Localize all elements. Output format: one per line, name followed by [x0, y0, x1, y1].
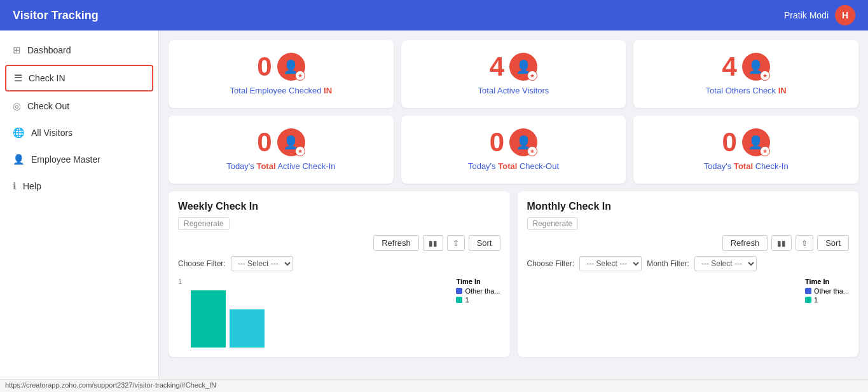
weekly-legend-item-1: Other tha... [456, 287, 500, 295]
monthly-legend-item-2: 1 [805, 296, 849, 304]
user-info: Pratik Modi H [784, 5, 855, 25]
url-bar: https://creatorapp.zoho.com/support2327/… [0, 379, 868, 392]
stat-top-2: 4 👤 ★ [490, 53, 537, 81]
monthly-regenerate-button[interactable]: Regenerate [527, 217, 579, 230]
url-text: https://creatorapp.zoho.com/support2327/… [5, 381, 216, 389]
stat-card-today-checkout: 0 👤 ★ Today's Total Check-Out [401, 116, 626, 184]
stats-row-2: 0 👤 ★ Today's Total Active Check-In 0 👤 … [169, 116, 858, 184]
sidebar-label-dashboard: Dashboard [27, 45, 71, 55]
weekly-chart-title: Weekly Check In [178, 201, 500, 212]
monthly-filter-select[interactable]: --- Select --- [579, 256, 642, 271]
sidebar-label-all-visitors: All Visitors [31, 128, 72, 138]
weekly-sort-button[interactable]: Sort [469, 235, 500, 251]
stat-top-1: 0 👤 ★ [257, 53, 305, 81]
sidebar-label-help: Help [23, 181, 41, 191]
weekly-legend-label-1: Other tha... [465, 287, 500, 295]
monthly-month-select[interactable]: --- Select --- [694, 256, 757, 271]
main-content: 0 👤 ★ Total Employee Checked IN 4 👤 ★ [159, 30, 868, 379]
stat-badge-2: ★ [527, 71, 537, 81]
monthly-legend-label-2: 1 [814, 296, 818, 304]
weekly-chart-toolbar: Refresh ▮▮ ⇧ Sort [178, 235, 500, 251]
monthly-filter-row: Choose Filter: --- Select --- Month Filt… [527, 256, 850, 271]
stat-badge-3: ★ [760, 71, 770, 81]
weekly-legend-title: Time In [456, 278, 500, 285]
monthly-legend-item-1: Other tha... [805, 287, 849, 295]
stat-badge-5: ★ [527, 146, 537, 156]
weekly-bar-chart-icon[interactable]: ▮▮ [423, 235, 443, 251]
monthly-refresh-button[interactable]: Refresh [722, 235, 768, 251]
monthly-export-icon[interactable]: ⇧ [796, 235, 813, 251]
app-title: Visitor Tracking [13, 9, 99, 22]
monthly-chart-title: Monthly Check In [527, 201, 850, 212]
stat-badge-4: ★ [295, 146, 305, 156]
stat-card-others-checkin: 4 👤 ★ Total Others Check IN [633, 40, 858, 108]
monthly-legend-dot-1 [805, 288, 811, 294]
person-icon: 👤 [13, 154, 25, 165]
stat-icon-2: 👤 ★ [509, 53, 537, 81]
weekly-refresh-button[interactable]: Refresh [373, 235, 419, 251]
monthly-filter-label: Choose Filter: [527, 259, 575, 268]
monthly-legend-title: Time In [805, 278, 849, 285]
monthly-bar-chart-icon[interactable]: ▮▮ [771, 235, 792, 251]
stat-label-active-visitors: Total Active Visitors [478, 86, 549, 95]
stat-label-today-active-checkin: Today's Total Active Check-In [226, 161, 335, 171]
user-name: Pratik Modi [784, 10, 829, 20]
dashboard-icon: ⊞ [13, 44, 21, 56]
stat-card-active-visitors: 4 👤 ★ Total Active Visitors [401, 40, 626, 108]
stat-number-0: 0 [257, 53, 272, 80]
weekly-filter-select[interactable]: --- Select --- [231, 256, 293, 271]
stat-label-today-checkin: Today's Total Check-In [704, 161, 789, 171]
weekly-chart-card: Weekly Check In Regenerate Refresh ▮▮ ⇧ … [169, 191, 510, 357]
stat-icon-6: 👤 ★ [742, 128, 770, 156]
monthly-sort-button[interactable]: Sort [817, 235, 849, 251]
sidebar-item-dashboard[interactable]: ⊞ Dashboard [0, 37, 158, 64]
weekly-bar-2 [230, 309, 265, 348]
sidebar-item-all-visitors[interactable]: 🌐 All Visitors [0, 119, 158, 146]
checkin-icon: ☰ [14, 72, 22, 84]
weekly-bars [191, 278, 431, 348]
sidebar-item-checkin[interactable]: ☰ Check IN [5, 65, 153, 91]
sidebar-item-checkout[interactable]: ◎ Check Out [0, 93, 158, 119]
checkout-icon: ◎ [13, 100, 21, 112]
monthly-legend: Time In Other tha... 1 [805, 278, 849, 305]
sidebar-label-checkout: Check Out [27, 101, 69, 111]
stat-top-6: 0 👤 ★ [722, 128, 769, 156]
stat-icon-4: 👤 ★ [277, 128, 305, 156]
weekly-bar-1 [191, 290, 226, 348]
stat-number-today-checkin: 0 [722, 129, 736, 156]
weekly-filter-row: Choose Filter: --- Select --- [178, 256, 500, 271]
stats-row-1: 0 👤 ★ Total Employee Checked IN 4 👤 ★ [169, 40, 858, 108]
monthly-chart-toolbar: Refresh ▮▮ ⇧ Sort [527, 235, 850, 251]
monthly-chart-area: Time In Other tha... 1 [527, 278, 850, 348]
stat-card-today-checkin: 0 👤 ★ Today's Total Check-In [633, 116, 858, 184]
weekly-legend-label-2: 1 [465, 296, 469, 304]
stat-icon-5: 👤 ★ [509, 128, 537, 156]
info-icon: ℹ [13, 180, 17, 192]
monthly-legend-dot-2 [805, 297, 811, 303]
stat-card-employee-checkin: 0 👤 ★ Total Employee Checked IN [169, 40, 394, 108]
monthly-chart-card: Monthly Check In Regenerate Refresh ▮▮ ⇧… [518, 191, 859, 357]
stat-label-today-checkout: Today's Total Check-Out [468, 161, 559, 171]
weekly-export-icon[interactable]: ⇧ [447, 235, 465, 251]
weekly-regenerate-button[interactable]: Regenerate [178, 217, 230, 230]
main-layout: ⊞ Dashboard ☰ Check IN ◎ Check Out 🌐 All… [0, 30, 868, 379]
weekly-legend-dot-1 [456, 288, 462, 294]
app-header: Visitor Tracking Pratik Modi H [0, 0, 868, 30]
weekly-legend-dot-2 [456, 297, 462, 303]
stat-card-today-active-checkin: 0 👤 ★ Today's Total Active Check-In [169, 116, 394, 184]
user-avatar: H [835, 5, 855, 25]
weekly-chart-area: 1 Time In Other tha... 1 [178, 278, 500, 348]
stat-number-4b: 4 [722, 53, 736, 80]
sidebar-label-employee-master: Employee Master [31, 154, 100, 165]
sidebar-item-employee-master[interactable]: 👤 Employee Master [0, 146, 158, 173]
stat-badge-1: ★ [295, 71, 305, 81]
weekly-filter-label: Choose Filter: [178, 259, 226, 268]
weekly-legend-item-2: 1 [456, 296, 500, 304]
stat-top-4: 0 👤 ★ [257, 128, 305, 156]
stat-number-4a: 4 [490, 53, 504, 80]
sidebar-item-help[interactable]: ℹ Help [0, 173, 158, 199]
sidebar: ⊞ Dashboard ☰ Check IN ◎ Check Out 🌐 All… [0, 30, 159, 379]
globe-icon: 🌐 [13, 127, 25, 139]
monthly-month-filter-label: Month Filter: [647, 259, 689, 268]
weekly-legend: Time In Other tha... 1 [456, 278, 500, 305]
